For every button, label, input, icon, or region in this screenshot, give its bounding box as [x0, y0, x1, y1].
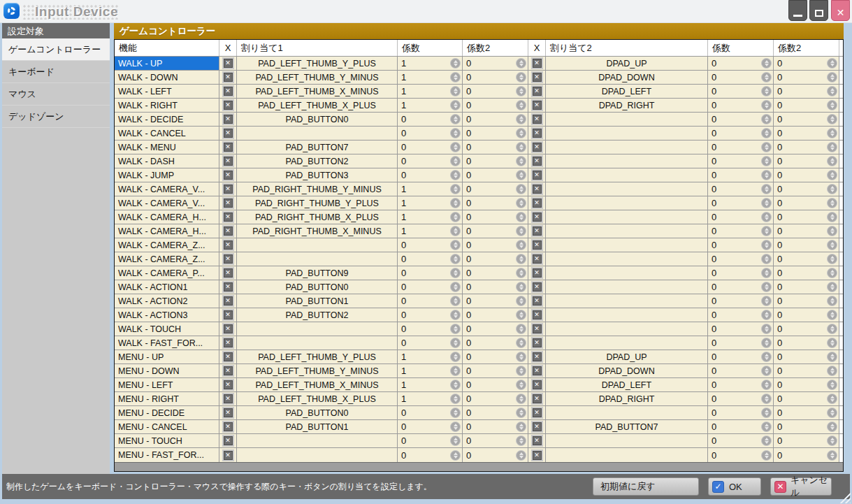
coefficient4-cell[interactable]: 0 — [774, 308, 839, 322]
assignment2-cell[interactable] — [546, 308, 708, 322]
clear-assignment1-icon[interactable]: ✕ — [224, 171, 233, 180]
coefficient1-cell[interactable]: 1 — [398, 378, 463, 391]
coefficient3-cell[interactable]: 0 — [708, 392, 774, 405]
assignment1-cell[interactable]: PAD_BUTTON2 — [237, 154, 398, 168]
coefficient3-cell[interactable]: 0 — [708, 336, 774, 350]
assignment1-cell[interactable]: PAD_BUTTON1 — [237, 420, 398, 433]
coefficient2-cell[interactable]: 0 — [463, 448, 528, 462]
clear-assignment2-icon[interactable]: ✕ — [533, 268, 542, 278]
assignment1-cell[interactable]: PAD_BUTTON0 — [237, 280, 398, 294]
spinner-icon[interactable] — [827, 254, 837, 264]
clear-assignment1-icon[interactable]: ✕ — [224, 73, 233, 82]
table-row[interactable]: MENU - UP ✕ PAD_LEFT_THUMB_Y_PLUS 1 0 ✕ … — [115, 350, 843, 364]
clear-assignment1-icon[interactable]: ✕ — [224, 380, 233, 389]
spinner-icon[interactable] — [827, 100, 837, 110]
spinner-icon[interactable] — [761, 408, 772, 418]
clear-assignment2-icon[interactable]: ✕ — [533, 296, 542, 305]
function-cell[interactable]: WALK - CAMERA_Z... — [115, 252, 219, 266]
coefficient4-cell[interactable]: 0 — [774, 141, 839, 154]
spinner-icon[interactable] — [516, 100, 526, 110]
coefficient3-cell[interactable]: 0 — [708, 448, 774, 462]
spinner-icon[interactable] — [827, 366, 837, 376]
coefficient2-cell[interactable]: 0 — [463, 154, 528, 168]
sidebar-item-2[interactable]: マウス — [2, 83, 110, 106]
function-cell[interactable]: WALK - FAST_FOR... — [115, 336, 219, 350]
function-cell[interactable]: WALK - CANCEL — [115, 127, 219, 140]
assignment1-cell[interactable] — [237, 238, 398, 252]
coefficient3-cell[interactable]: 0 — [708, 141, 774, 154]
function-cell[interactable]: WALK - CAMERA_V... — [115, 182, 219, 196]
spinner-icon[interactable] — [516, 435, 526, 446]
clear-assignment1-icon[interactable]: ✕ — [224, 394, 233, 403]
assignment1-cell[interactable] — [237, 322, 398, 336]
coefficient4-cell[interactable]: 0 — [774, 364, 839, 377]
spinner-icon[interactable] — [516, 380, 526, 390]
spinner-icon[interactable] — [761, 184, 772, 194]
spinner-icon[interactable] — [516, 338, 526, 348]
spinner-icon[interactable] — [761, 86, 772, 96]
clear-assignment1-icon[interactable]: ✕ — [224, 422, 233, 431]
coefficient1-cell[interactable]: 0 — [398, 280, 463, 294]
coefficient4-cell[interactable]: 0 — [774, 113, 839, 126]
assignment2-cell[interactable] — [546, 168, 708, 182]
table-row[interactable]: WALK - CANCEL ✕ 0 0 ✕ 0 0 — [115, 127, 843, 141]
spinner-icon[interactable] — [761, 226, 772, 236]
table-row[interactable]: WALK - DECIDE ✕ PAD_BUTTON0 0 0 ✕ 0 0 — [115, 113, 843, 127]
function-cell[interactable]: WALK - MENU — [115, 141, 219, 154]
spinner-icon[interactable] — [827, 58, 837, 69]
coefficient1-cell[interactable]: 1 — [398, 182, 463, 196]
clear-assignment2-icon[interactable]: ✕ — [533, 59, 542, 68]
coefficient3-cell[interactable]: 0 — [708, 350, 774, 363]
table-row[interactable]: WALK - CAMERA_V... ✕ PAD_RIGHT_THUMB_Y_M… — [115, 182, 843, 196]
coefficient2-cell[interactable]: 0 — [463, 322, 528, 336]
cancel-button[interactable]: ✕ キャンセル — [770, 477, 832, 496]
spinner-icon[interactable] — [827, 394, 837, 404]
sidebar-item-1[interactable]: キーボード — [2, 61, 110, 83]
function-cell[interactable]: WALK - DOWN — [115, 71, 219, 84]
table-row[interactable]: WALK - LEFT ✕ PAD_LEFT_THUMB_X_MINUS 1 0… — [115, 85, 843, 99]
spinner-icon[interactable] — [516, 170, 526, 180]
function-cell[interactable]: MENU - FAST_FOR... — [115, 448, 219, 462]
spinner-icon[interactable] — [516, 394, 526, 404]
clear-assignment2-icon[interactable]: ✕ — [533, 226, 542, 236]
spinner-icon[interactable] — [516, 114, 526, 124]
assignment1-cell[interactable] — [237, 127, 398, 140]
table-row[interactable]: MENU - LEFT ✕ PAD_LEFT_THUMB_X_MINUS 1 0… — [115, 378, 843, 392]
assignment2-cell[interactable] — [546, 448, 708, 462]
table-row[interactable]: WALK - ACTION1 ✕ PAD_BUTTON0 0 0 ✕ 0 0 — [115, 280, 843, 294]
coefficient4-cell[interactable]: 0 — [774, 392, 839, 405]
clear-assignment1-icon[interactable]: ✕ — [224, 59, 233, 68]
coefficient2-cell[interactable]: 0 — [463, 182, 528, 196]
coefficient1-cell[interactable]: 0 — [398, 406, 463, 419]
spinner-icon[interactable] — [516, 240, 526, 250]
clear-assignment2-icon[interactable]: ✕ — [533, 451, 542, 460]
coefficient3-cell[interactable]: 0 — [708, 252, 774, 266]
spinner-icon[interactable] — [827, 408, 837, 418]
horizontal-scrollbar[interactable] — [115, 462, 843, 471]
assignment2-cell[interactable] — [546, 294, 708, 308]
spinner-icon[interactable] — [761, 338, 772, 348]
coefficient3-cell[interactable]: 0 — [708, 224, 774, 238]
column-header-3[interactable]: 係数 — [398, 40, 463, 56]
spinner-icon[interactable] — [761, 128, 772, 138]
clear-assignment2-icon[interactable]: ✕ — [533, 366, 542, 375]
coefficient4-cell[interactable]: 0 — [774, 57, 839, 70]
coefficient2-cell[interactable]: 0 — [463, 350, 528, 363]
clear-assignment2-icon[interactable]: ✕ — [533, 199, 542, 208]
spinner-icon[interactable] — [516, 86, 526, 96]
clear-assignment1-icon[interactable]: ✕ — [224, 199, 233, 208]
spinner-icon[interactable] — [516, 310, 526, 320]
coefficient1-cell[interactable]: 1 — [398, 71, 463, 84]
assignment2-cell[interactable]: DPAD_DOWN — [546, 71, 708, 84]
spinner-icon[interactable] — [827, 324, 837, 334]
coefficient3-cell[interactable]: 0 — [708, 57, 774, 70]
coefficient3-cell[interactable]: 0 — [708, 168, 774, 182]
spinner-icon[interactable] — [827, 156, 837, 166]
clear-assignment2-icon[interactable]: ✕ — [533, 282, 542, 291]
coefficient2-cell[interactable]: 0 — [463, 392, 528, 405]
spinner-icon[interactable] — [516, 324, 526, 334]
spinner-icon[interactable] — [827, 310, 837, 320]
coefficient1-cell[interactable]: 0 — [398, 434, 463, 447]
table-row[interactable]: WALK - JUMP ✕ PAD_BUTTON3 0 0 ✕ 0 0 — [115, 168, 843, 182]
coefficient3-cell[interactable]: 0 — [708, 420, 774, 433]
